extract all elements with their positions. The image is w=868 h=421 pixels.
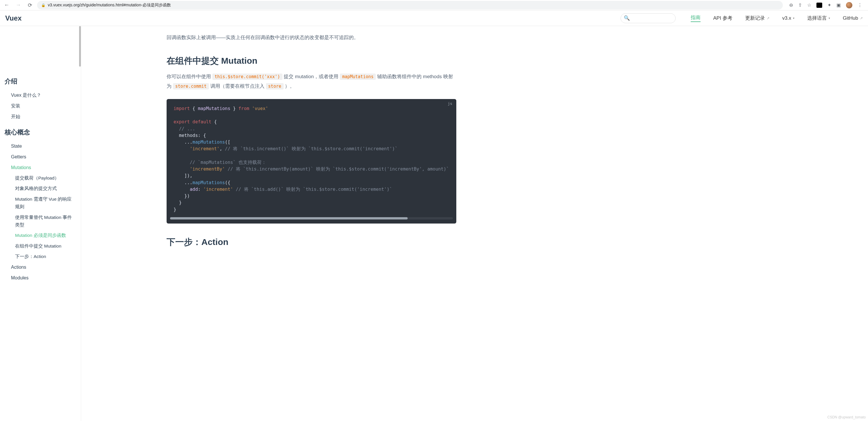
extensions-icon[interactable]: ✦: [828, 2, 831, 8]
zoom-icon[interactable]: ⊖: [789, 2, 793, 8]
sidebar-subitem[interactable]: 对象风格的提交方式: [5, 183, 76, 194]
nav-github[interactable]: GitHub↗: [843, 15, 863, 21]
nav-lang[interactable]: 选择语言▾: [807, 15, 830, 22]
inline-code: store: [266, 83, 284, 90]
content: 回调函数实际上被调用——实质上任何在回调函数中进行的状态的改变都是不可追踪的。 …: [81, 26, 456, 421]
extension-icon[interactable]: [816, 3, 822, 8]
back-button[interactable]: ←: [2, 2, 11, 8]
profile-avatar[interactable]: [846, 2, 852, 8]
sidebar-scrollbar-thumb[interactable]: [79, 26, 81, 67]
site-topbar: Vuex 🔍 指南 API 参考 更新记录↗ v3.x▾ 选择语言▾ GitHu…: [0, 10, 868, 26]
sidebar-subitem[interactable]: 在组件中提交 Mutation: [5, 241, 76, 251]
inline-code: this.$store.commit('xxx'): [212, 73, 282, 80]
watermark: CSDN @upward_tomato: [828, 415, 866, 419]
star-icon[interactable]: ☆: [807, 2, 811, 8]
heading-commit-in-component: 在组件中提交 Mutation: [166, 55, 456, 67]
sidebar-item[interactable]: 安装: [5, 100, 76, 111]
paragraph: 回调函数实际上被调用——实质上任何在回调函数中进行的状态的改变都是不可追踪的。: [166, 33, 456, 42]
search-icon: 🔍: [624, 15, 630, 21]
lock-icon: 🔒: [41, 3, 45, 7]
sidebar: 介绍 Vuex 是什么？ 安装 开始 核心概念 State Getters Mu…: [0, 26, 81, 421]
inline-code: mapMutations: [340, 73, 376, 80]
reload-button[interactable]: ⟳: [26, 2, 34, 8]
sidebar-group-intro: 介绍: [5, 77, 76, 86]
top-nav: 🔍 指南 API 参考 更新记录↗ v3.x▾ 选择语言▾ GitHub↗: [621, 13, 863, 23]
sidebar-subitem-sync[interactable]: Mutation 必须是同步函数: [5, 230, 76, 240]
sidebar-item[interactable]: Modules: [5, 272, 76, 283]
share-icon[interactable]: ⇧: [798, 2, 802, 8]
sidebar-subitem[interactable]: 提交载荷（Payload）: [5, 173, 76, 183]
text: ）。: [285, 84, 294, 89]
search-field[interactable]: [632, 15, 682, 21]
heading-next-action: 下一步：Action: [166, 236, 456, 248]
code-content[interactable]: import { mapMutations } from 'vuex' expo…: [166, 105, 456, 216]
url-text: v3.vuex.vuejs.org/zh/guide/mutations.htm…: [48, 3, 171, 8]
nav-api[interactable]: API 参考: [713, 15, 733, 22]
sidebar-scrollbar-track[interactable]: [79, 26, 81, 421]
text: 提交 mutation，或者使用: [284, 74, 340, 79]
sidebar-item[interactable]: Vuex 是什么？: [5, 90, 76, 100]
sidebar-item[interactable]: State: [5, 141, 76, 152]
nav-version-label: v3.x: [782, 15, 791, 21]
search-input[interactable]: 🔍: [621, 13, 676, 23]
forward-button[interactable]: →: [14, 2, 23, 8]
menu-icon[interactable]: ⋮: [858, 2, 862, 8]
code-scrollbar-thumb[interactable]: [170, 217, 408, 220]
nav-github-label: GitHub: [843, 15, 858, 21]
sidebar-item[interactable]: 开始: [5, 111, 76, 122]
inline-code: store.commit: [173, 83, 209, 90]
text: 调用（需要在根节点注入: [210, 84, 266, 89]
brand-logo[interactable]: Vuex: [5, 14, 22, 22]
paragraph: 你可以在组件中使用 this.$store.commit('xxx') 提交 m…: [166, 72, 456, 91]
chevron-down-icon: ▾: [829, 17, 830, 20]
sidebar-subitem[interactable]: 使用常量替代 Mutation 事件类型: [5, 212, 76, 230]
sidepanel-icon[interactable]: ▣: [836, 2, 841, 8]
code-language-badge: js: [447, 101, 452, 106]
sidebar-item-mutations[interactable]: Mutations: [5, 162, 76, 173]
address-bar[interactable]: 🔒 v3.vuex.vuejs.org/zh/guide/mutations.h…: [37, 1, 783, 9]
chevron-down-icon: ▾: [793, 17, 795, 20]
sidebar-subitem[interactable]: 下一步：Action: [5, 251, 76, 262]
browser-chrome: ← → ⟳ 🔒 v3.vuex.vuejs.org/zh/guide/mutat…: [0, 0, 868, 10]
sidebar-item[interactable]: Actions: [5, 262, 76, 272]
nav-changelog-label: 更新记录: [745, 15, 765, 22]
nav-guide[interactable]: 指南: [691, 14, 701, 22]
sidebar-subitem[interactable]: Mutation 需遵守 Vue 的响应规则: [5, 194, 76, 212]
sidebar-item[interactable]: Getters: [5, 152, 76, 162]
external-icon: ↗: [767, 16, 770, 20]
text: 你可以在组件中使用: [166, 74, 212, 79]
browser-actions: ⊖ ⇧ ☆ ✦ ▣ ⋮: [786, 2, 866, 8]
code-horizontal-scrollbar[interactable]: [170, 217, 453, 220]
nav-changelog[interactable]: 更新记录↗: [745, 15, 770, 22]
nav-version[interactable]: v3.x▾: [782, 15, 795, 21]
sidebar-group-core: 核心概念: [5, 128, 76, 137]
code-block: js import { mapMutations } from 'vuex' e…: [166, 99, 456, 224]
external-icon: ↗: [860, 16, 863, 20]
nav-lang-label: 选择语言: [807, 15, 827, 22]
